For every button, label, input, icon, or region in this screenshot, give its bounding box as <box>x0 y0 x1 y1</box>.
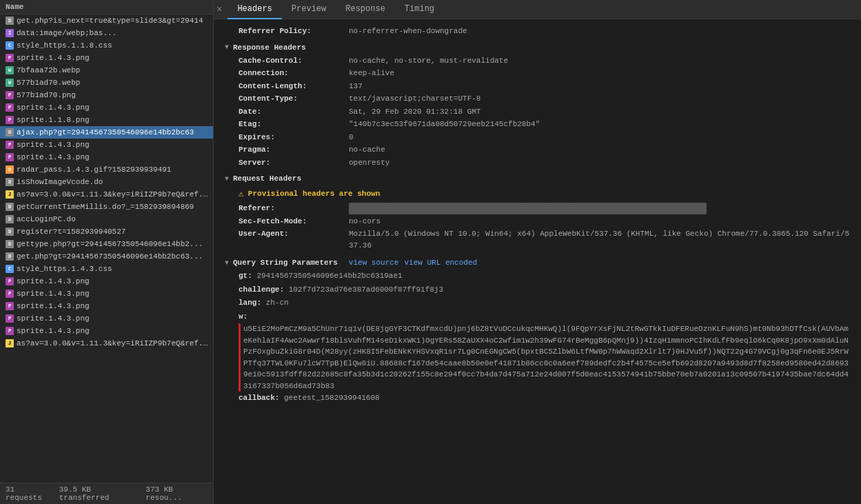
close-icon[interactable]: × <box>216 4 222 15</box>
list-item[interactable]: DgetCurrentTimeMillis.do?_=1582939894869 <box>0 201 213 213</box>
referrer-policy-key: Referrer Policy: <box>239 26 349 37</box>
doc-icon: D <box>6 203 14 211</box>
doc-icon: D <box>6 215 14 223</box>
header-val: no-cache, no-store, must-revalidate <box>349 55 508 67</box>
tab-response[interactable]: Response <box>336 0 395 19</box>
list-item[interactable]: Gradar_pass.1.4.3.gif?1582939939491 <box>0 163 213 176</box>
list-item[interactable]: Psprite.1.4.3.png <box>0 312 213 325</box>
tab-timing[interactable]: Timing <box>395 0 444 19</box>
param-key: lang: <box>239 299 266 307</box>
js-icon: J <box>6 339 14 347</box>
referrer-policy-row: Referrer Policy: no-referrer-when-downgr… <box>225 25 850 38</box>
network-request-list[interactable]: Dget.php?is_next=true&type=slide3&gt=294… <box>0 14 213 483</box>
response-header-row: Server:openresty <box>225 157 850 170</box>
list-item-text: getCurrentTimeMillis.do?_=1582939894869 <box>17 203 194 211</box>
list-item[interactable]: Psprite.1.4.3.png <box>0 52 213 64</box>
query-links: view source view URL encoded <box>349 259 477 267</box>
query-params-toggle[interactable]: ▼ <box>225 259 229 267</box>
list-item[interactable]: Psprite.1.4.3.png <box>0 288 213 300</box>
request-header-row: Referer:████████████████████████████████… <box>225 202 850 215</box>
list-item[interactable]: Dajax.php?gt=29414567350546096e14bb2bc63 <box>0 126 213 139</box>
query-params-section: ▼ Query String Parameters view source vi… <box>225 259 850 267</box>
list-item-text: style_https.1.4.3.css <box>17 265 112 273</box>
list-item[interactable]: W577b1ad70.webp <box>0 77 213 89</box>
list-item[interactable]: Psprite.1.4.3.png <box>0 101 213 114</box>
list-item-text: get.php?is_next=true&type=slide3&gt=2941… <box>17 17 203 25</box>
query-param-row: challenge: 102f7d723ad76e387ad6000f87ff9… <box>225 283 850 297</box>
list-item-text: style_https.1.1.8.css <box>17 41 112 50</box>
list-item[interactable]: DaccLoginPC.do <box>0 213 213 225</box>
response-header-row: Date:Sat, 29 Feb 2020 01:32:18 GMT <box>225 105 850 119</box>
list-item[interactable]: Psprite.1.4.3.png <box>0 275 213 288</box>
content-area: Referrer Policy: no-referrer-when-downgr… <box>214 19 861 504</box>
list-item[interactable]: Idata:image/webp;bas... <box>0 27 213 39</box>
param-val: 29414567350546096e14bb2bc6319ae1 <box>256 272 402 280</box>
list-item[interactable]: Psprite.1.1.8.png <box>0 114 213 126</box>
request-headers-toggle[interactable]: ▼ <box>225 175 229 183</box>
tabs-bar: × HeadersPreviewResponseTiming <box>214 0 861 19</box>
webp-icon: W <box>6 79 14 87</box>
gif-icon: G <box>6 165 14 174</box>
list-item-text: register?t=1582939940527 <box>17 228 125 236</box>
list-item[interactable]: Psprite.1.4.3.png <box>0 151 213 163</box>
list-item-text: get.php?gt=29414567350546096e14bb2bc63..… <box>17 252 203 261</box>
list-item[interactable]: Cstyle_https.1.4.3.css <box>0 263 213 275</box>
header-val: no-cors <box>349 216 381 228</box>
list-item[interactable]: Psprite.1.4.3.png <box>0 325 213 337</box>
header-key: Date: <box>239 106 349 118</box>
header-val: Mozilla/5.0 (Windows NT 10.0; Win64; x64… <box>349 228 850 251</box>
header-key: Content-Length: <box>239 81 349 92</box>
right-panel: × HeadersPreviewResponseTiming Referrer … <box>214 0 861 504</box>
css-icon: C <box>6 265 14 273</box>
view-url-encoded-link[interactable]: view URL encoded <box>404 259 477 267</box>
list-item[interactable]: Cstyle_https.1.1.8.css <box>0 39 213 52</box>
request-header-row: User-Agent:Mozilla/5.0 (Windows NT 10.0;… <box>225 228 850 252</box>
query-param-row: callback: geetest_1582939941608 <box>225 392 850 405</box>
list-item[interactable]: Jas?av=3.0.0&v=1.11.3&key=iRiIZP9b7eQ&re… <box>0 337 213 350</box>
param-key: w: <box>239 312 247 321</box>
response-headers-title: Response Headers <box>233 43 306 52</box>
header-val: no-cache <box>349 144 385 156</box>
tab-preview[interactable]: Preview <box>282 0 336 19</box>
w-param-value: u5EiE2MoPmCzM9a5ChUnr7iq1v(DE8jgGYF3CTKd… <box>243 323 850 392</box>
w-param-bar-container: u5EiE2MoPmCzM9a5ChUnr7iq1v(DE8jgGYF3CTKd… <box>225 323 850 392</box>
view-source-link[interactable]: view source <box>349 259 399 267</box>
list-item[interactable]: Dget.php?is_next=true&type=slide3&gt=294… <box>0 14 213 27</box>
list-item-text: radar_pass.1.4.3.gif?1582939939491 <box>17 165 171 174</box>
list-item-text: sprite.1.4.3.png <box>17 327 90 335</box>
list-item[interactable]: Dget.php?gt=29414567350546096e14bb2bc63.… <box>0 250 213 263</box>
doc-icon: D <box>6 240 14 248</box>
tab-headers[interactable]: Headers <box>227 0 281 19</box>
list-item-text: sprite.1.1.8.png <box>17 116 90 124</box>
list-item[interactable]: Dregister?t=1582939940527 <box>0 225 213 238</box>
list-item[interactable]: DisShowImageVcode.do <box>0 176 213 188</box>
png-icon: P <box>6 277 14 285</box>
doc-icon: D <box>6 252 14 261</box>
header-key: Expires: <box>239 132 349 143</box>
css-icon: C <box>6 41 14 50</box>
list-item-text: isShowImageVcode.do <box>17 178 103 186</box>
list-item[interactable]: W7bfaaa72b.webp <box>0 64 213 77</box>
list-item[interactable]: P577b1ad70.png <box>0 89 213 101</box>
request-headers-rows: Referer:████████████████████████████████… <box>225 202 850 252</box>
list-item[interactable]: Dgettype.php?gt=29414567350546096e14bb2.… <box>0 238 213 250</box>
response-header-row: Content-Type:text/javascript;charset=UTF… <box>225 92 850 105</box>
list-item-text: sprite.1.4.3.png <box>17 290 90 298</box>
response-headers-toggle[interactable]: ▼ <box>225 43 229 51</box>
list-item-text: accLoginPC.do <box>17 215 76 223</box>
list-item-text: gettype.php?gt=29414567350546096e14bb2..… <box>17 240 203 248</box>
list-item-text: as?av=3.0.0&v=1.11.3&key=iRiIZP9b7eQ&ref… <box>17 190 210 199</box>
warning-icon: ⚠ <box>239 188 244 199</box>
referer-blurred: ████████████████████████████████████████… <box>349 203 707 214</box>
list-item[interactable]: Jas?av=3.0.0&v=1.11.3&key=iRiIZP9b7eQ&re… <box>0 188 213 201</box>
request-headers-title: Request Headers <box>233 174 301 183</box>
list-item[interactable]: Psprite.1.4.3.png <box>0 139 213 151</box>
param-val: 102f7d723ad76e387ad6000f87ff91f8j3 <box>289 285 443 294</box>
header-key: Server: <box>239 157 349 169</box>
resource-size: 373 KB resou... <box>145 485 207 502</box>
list-item[interactable]: Psprite.1.4.3.png <box>0 300 213 312</box>
header-key: User-Agent: <box>239 228 349 240</box>
left-panel: Name Dget.php?is_next=true&type=slide3&g… <box>0 0 214 504</box>
request-count: 31 requests <box>6 485 51 502</box>
query-params-rows: gt: 29414567350546096e14bb2bc6319ae1chal… <box>225 270 850 405</box>
